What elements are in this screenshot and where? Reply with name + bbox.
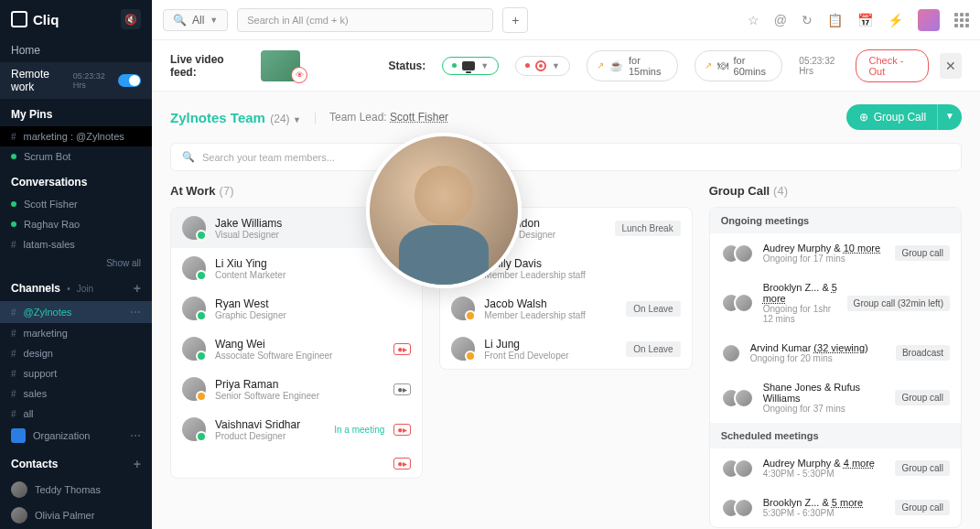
calendar-icon[interactable]: 📅 bbox=[857, 13, 873, 27]
scheduled-header: Scheduled meetings bbox=[710, 423, 961, 448]
add-channel-icon[interactable]: + bbox=[134, 281, 141, 296]
avatar bbox=[11, 481, 27, 498]
apps-grid-icon[interactable] bbox=[954, 13, 969, 27]
more-icon[interactable]: ⋯ bbox=[130, 429, 141, 442]
call-tag: Group call bbox=[895, 245, 950, 261]
meetings-card: Ongoing meetings Audrey Murphy & 10 more… bbox=[709, 207, 962, 528]
meeting-row[interactable]: Brooklyn Z... & 5 more5:30PM - 6:30PMGro… bbox=[710, 488, 961, 527]
conversations-header: Conversations bbox=[0, 167, 152, 194]
contact-item[interactable]: Teddy Thomas bbox=[0, 477, 152, 502]
profile-preview-avatar[interactable] bbox=[366, 133, 522, 288]
team-search-input[interactable]: 🔍Search your team members... bbox=[170, 143, 962, 171]
conversation-item[interactable]: Scott Fisher bbox=[0, 194, 152, 214]
avatar bbox=[451, 297, 475, 320]
group-call-button[interactable]: ⊕Group Call bbox=[846, 104, 939, 130]
elapsed-time: 05:23:32 Hrs bbox=[799, 56, 844, 76]
status-available-pill[interactable]: ▼ bbox=[442, 57, 499, 75]
feed-label: Live video feed: bbox=[170, 53, 244, 79]
channel-item[interactable]: #all bbox=[0, 404, 152, 424]
status-busy-pill[interactable]: ▼ bbox=[515, 56, 570, 76]
search-scope-selector[interactable]: 🔍 All ▼ bbox=[163, 9, 228, 31]
member-row[interactable]: Priya RamanSenior Software Engineer●▸ bbox=[171, 369, 422, 409]
live-feed-thumbnail[interactable]: 👁 bbox=[261, 50, 300, 81]
search-icon: 🔍 bbox=[182, 151, 195, 163]
call-tag: Group call bbox=[895, 460, 950, 476]
conversation-item[interactable]: #latam-sales bbox=[0, 234, 152, 254]
ongoing-header: Ongoing meetings bbox=[710, 208, 961, 233]
sound-toggle-icon[interactable]: 🔇 bbox=[121, 9, 141, 29]
new-button[interactable]: + bbox=[502, 7, 528, 33]
search-input[interactable]: Search in All (cmd + k) bbox=[237, 8, 493, 32]
org-icon bbox=[11, 428, 26, 443]
member-row[interactable]: Jacob WalshMember Leadership staffOn Lea… bbox=[440, 288, 691, 329]
group-call-dropdown[interactable]: ▼ bbox=[937, 104, 962, 130]
mention-icon[interactable]: @ bbox=[774, 13, 787, 27]
member-row[interactable]: Li JungFront End DeveloperOn Leave bbox=[440, 329, 691, 369]
pin-item[interactable]: #marketing : @Zylnotes bbox=[0, 126, 152, 146]
nav-home[interactable]: Home bbox=[0, 38, 152, 62]
member-row[interactable]: Ryan WestGraphic Designer bbox=[171, 288, 422, 329]
target-icon bbox=[535, 60, 546, 71]
hash-icon: # bbox=[11, 132, 16, 142]
call-tag: Group call (32min left) bbox=[847, 296, 950, 311]
profile-avatar[interactable] bbox=[918, 9, 940, 31]
checkout-button[interactable]: Check - Out bbox=[856, 49, 929, 82]
chevron-down-icon: ▼ bbox=[480, 61, 489, 70]
channel-item[interactable]: #marketing bbox=[0, 323, 152, 343]
channel-item[interactable]: #@Zylnotes⋯ bbox=[0, 301, 152, 323]
star-icon[interactable]: ☆ bbox=[748, 13, 759, 27]
away-tag: Lunch Break bbox=[615, 221, 681, 236]
team-name-dropdown[interactable]: Zylnotes Team (24) ▼ bbox=[170, 110, 301, 125]
channel-item[interactable]: #design bbox=[0, 343, 152, 363]
conversation-item[interactable]: Raghav Rao bbox=[0, 214, 152, 234]
away-tag: On Leave bbox=[626, 341, 680, 357]
channel-item[interactable]: #sales bbox=[0, 383, 152, 404]
brand-name: Cliq bbox=[33, 12, 59, 27]
team-columns: At Work(7) Jake WilliamsVisual Designer … bbox=[152, 184, 980, 529]
channel-item[interactable]: #support bbox=[0, 363, 152, 383]
hash-icon: # bbox=[11, 409, 16, 419]
more-icon[interactable]: ⋯ bbox=[130, 306, 141, 318]
contact-item[interactable]: Olivia Palmer bbox=[0, 502, 152, 528]
recording-icon: ●▸ bbox=[393, 343, 411, 355]
activity-icon[interactable]: ⚡ bbox=[888, 13, 903, 27]
chevron-down-icon: ▼ bbox=[552, 61, 560, 70]
clipboard-icon[interactable]: 📋 bbox=[827, 13, 843, 27]
status-bar: Live video feed: 👁 Status: ▼ ▼ ↗☕for 15m… bbox=[152, 40, 980, 92]
close-icon[interactable]: ✕ bbox=[940, 53, 962, 79]
nav-remote-work[interactable]: Remote work 05:23:32 Hrs bbox=[0, 62, 152, 99]
away-tag: On Leave bbox=[626, 301, 680, 317]
meeting-row[interactable]: Audrey Murphy & 10 moreOngoing for 17 mi… bbox=[710, 233, 961, 273]
show-all-link[interactable]: Show all bbox=[0, 254, 152, 272]
hash-icon: # bbox=[11, 329, 16, 339]
join-link[interactable]: Join bbox=[77, 284, 93, 294]
break-15-pill[interactable]: ↗☕for 15mins bbox=[587, 50, 678, 81]
channel-organization[interactable]: Organization⋯ bbox=[0, 424, 152, 448]
meeting-row[interactable]: Arvind Kumar (32 viewing)Ongoing for 20 … bbox=[710, 333, 961, 372]
meeting-row[interactable]: Shane Jones & Rufus WilliamsOngoing for … bbox=[710, 372, 961, 423]
arrow-icon: ↗ bbox=[597, 60, 604, 70]
pin-item[interactable]: Scrum Bot bbox=[0, 146, 152, 167]
search-icon: 🔍 bbox=[173, 14, 187, 27]
remote-toggle[interactable] bbox=[118, 74, 141, 87]
add-contact-icon[interactable]: + bbox=[134, 457, 141, 471]
member-row[interactable]: Vaishnavi SridharProduct DesignerIn a me… bbox=[171, 409, 422, 449]
channels-header: Channels • Join + bbox=[0, 272, 152, 301]
chevron-down-icon: ▼ bbox=[210, 16, 218, 25]
avatar bbox=[182, 337, 206, 361]
team-lead-link[interactable]: Scott Fisher bbox=[390, 111, 448, 124]
avatar-stack bbox=[721, 293, 754, 313]
history-icon[interactable]: ↻ bbox=[802, 13, 813, 27]
status-dot bbox=[11, 154, 16, 159]
topbar-icons: ☆ @ ↻ 📋 📅 ⚡ bbox=[748, 9, 969, 31]
status-label: Status: bbox=[388, 59, 425, 72]
member-row[interactable]: Wang WeiAssociate Software Engineer●▸ bbox=[171, 329, 422, 369]
avatar-stack bbox=[721, 388, 754, 408]
call-tag: Broadcast bbox=[896, 345, 950, 361]
member-row-empty: ●▸ bbox=[171, 449, 422, 478]
call-tag: Group call bbox=[895, 390, 950, 405]
brand-logo[interactable]: Cliq bbox=[11, 11, 59, 27]
break-60-pill[interactable]: ↗🍽for 60mins bbox=[695, 50, 783, 81]
meeting-row[interactable]: Audrey Murphy & 4 more4:30PM - 5:30PMGro… bbox=[710, 448, 961, 488]
meeting-row[interactable]: Brooklyn Z... & 5 moreOngoing for 1shr 1… bbox=[710, 273, 961, 333]
